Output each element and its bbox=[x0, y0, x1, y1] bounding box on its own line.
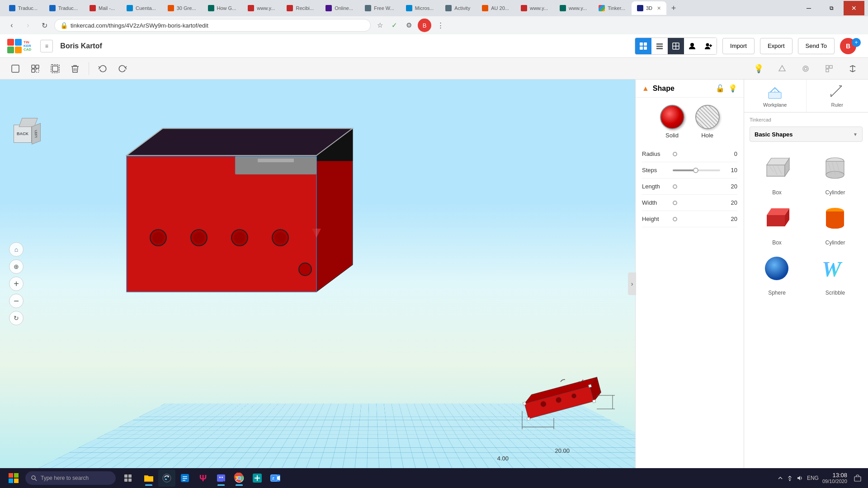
close-button[interactable]: ✕ bbox=[844, 1, 864, 15]
steam-app[interactable] bbox=[158, 469, 175, 487]
grid-icon[interactable] bbox=[821, 61, 837, 77]
tab-t3[interactable]: Mail -... bbox=[84, 1, 120, 15]
shape-item-scribble[interactable]: W Scribble bbox=[808, 249, 863, 296]
blueprint-view-button[interactable] bbox=[668, 38, 684, 54]
tab-close-button[interactable]: ✕ bbox=[657, 5, 661, 11]
width-value: 20 bbox=[724, 199, 737, 206]
panel-collapse-arrow[interactable]: ▲ bbox=[642, 84, 649, 93]
browser-menu-button[interactable]: ⋮ bbox=[435, 20, 446, 31]
tab-t12[interactable]: Activity bbox=[440, 1, 476, 15]
reload-button[interactable]: ↻ bbox=[38, 19, 51, 32]
task-view-button[interactable] bbox=[119, 469, 137, 487]
tab-t2[interactable]: Traduc... bbox=[44, 1, 83, 15]
user-avatar[interactable]: B + bbox=[840, 38, 861, 54]
tab-t15[interactable]: www.y... bbox=[554, 1, 592, 15]
tab-t8[interactable]: Recibi... bbox=[281, 1, 319, 15]
zoom-app[interactable]: Z bbox=[267, 469, 284, 487]
undo-button[interactable] bbox=[94, 61, 111, 77]
align-icon[interactable] bbox=[844, 61, 861, 77]
group-button[interactable] bbox=[27, 61, 43, 77]
tab-t13[interactable]: AU 20... bbox=[476, 1, 514, 15]
tab-t7[interactable]: www.y... bbox=[242, 1, 280, 15]
tab-t17[interactable]: 3D ✕ bbox=[632, 1, 666, 15]
width-dot[interactable] bbox=[673, 201, 677, 205]
height-dot[interactable] bbox=[673, 217, 677, 221]
zoom-out-button[interactable]: − bbox=[9, 294, 24, 308]
fit-view-button[interactable]: ⊕ bbox=[9, 259, 24, 274]
tinkercad-logo[interactable]: TIN KER CAD bbox=[7, 39, 31, 53]
antivirus-app[interactable]: Ψ bbox=[194, 469, 212, 487]
ms-store-app[interactable] bbox=[176, 469, 193, 487]
3d-viewport[interactable]: BACK LEFT ⌂ ⊕ + − ↻ bbox=[0, 80, 744, 488]
shape-item-sphere[interactable]: Sphere bbox=[750, 249, 804, 296]
tab-label: Recibi... bbox=[296, 5, 314, 11]
light-icon[interactable]: 💡 bbox=[750, 61, 767, 77]
forward-button[interactable]: › bbox=[22, 19, 34, 32]
bulb-icon[interactable]: 💡 bbox=[728, 84, 737, 93]
radius-dot[interactable] bbox=[673, 152, 677, 156]
minimize-button[interactable]: ─ bbox=[798, 1, 819, 15]
start-button[interactable] bbox=[4, 468, 24, 488]
nav-cube[interactable]: BACK LEFT bbox=[9, 116, 45, 152]
chrome-app[interactable] bbox=[231, 469, 248, 487]
add-user-button[interactable] bbox=[700, 38, 717, 54]
profile-button[interactable] bbox=[684, 38, 700, 54]
chevron-up-icon[interactable] bbox=[777, 475, 783, 481]
file-explorer-app[interactable] bbox=[140, 469, 157, 487]
taskbar-search[interactable]: Type here to search bbox=[25, 471, 116, 485]
send-to-button[interactable]: Send To bbox=[798, 38, 835, 54]
network-icon[interactable] bbox=[786, 474, 793, 482]
clock[interactable]: 13:08 09/10/2020 bbox=[822, 472, 847, 485]
library-selector[interactable]: Basic Shapes ▼ bbox=[750, 127, 863, 142]
address-bar[interactable]: 🔒 tinkercad.com/things/4V2zArSWy9m-boris… bbox=[54, 19, 371, 32]
shape-item-cylinder-solid[interactable]: Cylinder bbox=[808, 199, 863, 246]
shape-item-cylinder-wire[interactable]: Cylinder bbox=[808, 149, 863, 196]
shape-item-box-wire[interactable]: Box bbox=[750, 149, 804, 196]
tab-t5[interactable]: 30 Gre... bbox=[162, 1, 202, 15]
back-button[interactable]: ‹ bbox=[5, 19, 18, 32]
tab-t11[interactable]: Micros... bbox=[401, 1, 439, 15]
tab-t16[interactable]: Tinker... bbox=[593, 1, 631, 15]
tab-t9[interactable]: Online... bbox=[320, 1, 359, 15]
shape-item-box-solid[interactable]: Box bbox=[750, 199, 804, 246]
hole-option[interactable]: Hole bbox=[695, 105, 720, 139]
tab-t4[interactable]: Cuenta... bbox=[121, 1, 161, 15]
lock-icon[interactable]: 🔓 bbox=[716, 84, 725, 93]
length-dot[interactable] bbox=[673, 184, 677, 189]
settings-button[interactable]: ⚙ bbox=[403, 20, 414, 31]
ruler-button[interactable]: Ruler bbox=[807, 80, 868, 112]
app-container: TIN KER CAD ≡ Boris Kartof bbox=[0, 34, 868, 488]
select-tool-button[interactable] bbox=[7, 61, 24, 77]
list-view-button[interactable] bbox=[651, 38, 668, 54]
shape-outline-icon[interactable] bbox=[774, 61, 790, 77]
project-icon[interactable]: ≡ bbox=[40, 40, 53, 52]
tab-t6[interactable]: How G... bbox=[203, 1, 242, 15]
workplane-button[interactable]: Workplane bbox=[744, 80, 807, 112]
grid-view-button[interactable] bbox=[635, 38, 651, 54]
rotate-button[interactable]: ↻ bbox=[9, 311, 24, 325]
volume-icon[interactable] bbox=[796, 474, 803, 482]
arduino-app[interactable] bbox=[249, 469, 266, 487]
export-button[interactable]: Export bbox=[760, 38, 793, 54]
extensions-button[interactable]: ✓ bbox=[389, 20, 400, 31]
bookmark-button[interactable]: ☆ bbox=[374, 20, 385, 31]
import-button[interactable]: Import bbox=[722, 38, 755, 54]
tab-t1[interactable]: Traduc... bbox=[4, 1, 43, 15]
redo-button[interactable] bbox=[114, 61, 131, 77]
delete-button[interactable] bbox=[67, 61, 83, 77]
home-view-button[interactable]: ⌂ bbox=[9, 242, 24, 257]
zoom-in-button[interactable]: + bbox=[9, 277, 24, 291]
ring-icon[interactable] bbox=[797, 61, 814, 77]
notification-center-button[interactable] bbox=[851, 469, 864, 487]
scroll-right-arrow[interactable]: › bbox=[628, 272, 636, 295]
solid-option[interactable]: Solid bbox=[660, 105, 684, 139]
tab-t14[interactable]: www.y... bbox=[515, 1, 553, 15]
new-tab-button[interactable]: + bbox=[667, 2, 680, 14]
ungroup-button[interactable] bbox=[47, 61, 63, 77]
discord-app[interactable] bbox=[212, 469, 230, 487]
user-button[interactable]: B bbox=[418, 19, 431, 32]
maximize-button[interactable]: ⧉ bbox=[821, 1, 842, 15]
steps-slider[interactable] bbox=[673, 169, 720, 171]
tab-t10[interactable]: Free W... bbox=[359, 1, 400, 15]
lang-indicator[interactable]: ENG bbox=[807, 475, 819, 481]
